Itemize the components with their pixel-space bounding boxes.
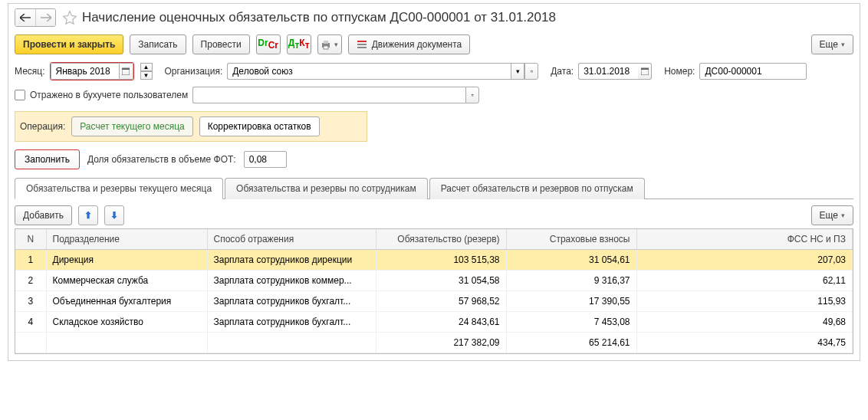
cell-dept: Коммерческая служба: [46, 271, 207, 291]
save-button[interactable]: Записать: [130, 34, 186, 54]
back-button[interactable]: [15, 9, 35, 26]
col-insurance[interactable]: Страховые взносы: [506, 229, 636, 250]
month-input[interactable]: [51, 63, 120, 80]
cell-reserve: 103 515,38: [376, 250, 506, 271]
tab-bar: Обязательства и резервы текущего месяца …: [15, 177, 853, 199]
col-reserve[interactable]: Обязательство (резерв): [376, 229, 506, 250]
reflected-user-group: ▫: [192, 87, 479, 103]
tab-current-month[interactable]: Обязательства и резервы текущего месяца: [15, 178, 223, 199]
cell-reserve: 57 968,52: [376, 291, 506, 312]
fot-input[interactable]: [244, 151, 287, 168]
operation-row: Операция: Расчет текущего месяца Коррект…: [15, 111, 367, 142]
svg-rect-1: [324, 41, 328, 44]
cell-fss: 115,93: [636, 291, 853, 312]
col-n[interactable]: N: [15, 229, 46, 250]
date-input[interactable]: [578, 63, 638, 80]
cell-method: Зарплата сотрудников коммер...: [207, 271, 376, 291]
post-button[interactable]: Провести: [192, 34, 250, 54]
table-totals-row: 217 382,09 65 214,61 434,75: [15, 333, 853, 353]
col-dept[interactable]: Подразделение: [46, 229, 207, 250]
fill-row: Заполнить Доля обязательств в объеме ФОТ…: [15, 149, 853, 169]
cell-n: 1: [15, 250, 46, 271]
month-calendar-button[interactable]: [120, 63, 133, 80]
number-input[interactable]: [699, 63, 807, 80]
dt-kt-button[interactable]: ДтКт: [287, 34, 311, 54]
operation-label: Операция:: [20, 121, 65, 132]
date-calendar-button[interactable]: [638, 63, 652, 80]
total-fss: 434,75: [636, 333, 853, 353]
reflected-open-button[interactable]: ▫: [465, 87, 479, 103]
month-up-button[interactable]: ▲: [140, 63, 153, 71]
org-field-group: ▾ ▫: [227, 63, 538, 80]
move-down-button[interactable]: ⬇: [104, 205, 124, 225]
table-row[interactable]: 4Складское хозяйствоЗарплата сотрудников…: [15, 312, 853, 333]
svg-rect-5: [357, 47, 367, 48]
svg-rect-2: [324, 46, 328, 49]
data-table: N Подразделение Способ отражения Обязате…: [15, 229, 853, 353]
operation-calc-current-button[interactable]: Расчет текущего месяца: [71, 116, 192, 136]
reflected-label: Отражено в бухучете пользователем: [30, 90, 188, 100]
date-label: Дата:: [551, 66, 574, 77]
header-fields-row: Месяц: ▲ ▼ Организация: ▾ ▫ Дата: Номер:: [15, 62, 853, 80]
cell-reserve: 31 054,58: [376, 271, 506, 291]
forward-button[interactable]: [35, 9, 55, 26]
cell-method: Зарплата сотрудников бухгалт...: [207, 291, 376, 312]
reflected-user-input[interactable]: [192, 87, 465, 103]
table-more-button[interactable]: Еще▾: [811, 205, 853, 225]
org-open-button[interactable]: ▫: [524, 63, 538, 80]
movements-icon: [357, 39, 367, 50]
post-and-close-button[interactable]: Провести и закрыть: [15, 34, 123, 54]
operation-correction-button[interactable]: Корректировка остатков: [199, 116, 320, 136]
reflected-checkbox[interactable]: [15, 90, 25, 100]
favorite-icon[interactable]: [62, 10, 77, 25]
table-row[interactable]: 1ДирекцияЗарплата сотрудников дирекции10…: [15, 250, 853, 271]
cell-n: 3: [15, 291, 46, 312]
col-fss[interactable]: ФСС НС и ПЗ: [636, 229, 853, 250]
tab-by-employees[interactable]: Обязательства и резервы по сотрудникам: [225, 178, 428, 199]
main-toolbar: Провести и закрыть Записать Провести DrC…: [15, 34, 853, 54]
calendar-icon: [641, 67, 649, 75]
date-field-group: [578, 63, 652, 80]
org-dropdown-button[interactable]: ▾: [511, 63, 524, 80]
reflected-row: Отражено в бухучете пользователем ▫: [15, 87, 853, 103]
cell-method: Зарплата сотрудников дирекции: [207, 250, 376, 271]
cell-insurance: 17 390,55: [506, 291, 636, 312]
nav-history: [15, 8, 56, 27]
cell-n: 4: [15, 312, 46, 333]
cell-method: Зарплата сотрудников бухгалт...: [207, 312, 376, 333]
movements-button[interactable]: Движения документа: [348, 34, 471, 54]
svg-rect-4: [357, 44, 367, 45]
cell-dept: Складское хозяйство: [46, 312, 207, 333]
dr-cr-button[interactable]: DrCr: [256, 34, 281, 54]
table-header-row: N Подразделение Способ отражения Обязате…: [15, 229, 853, 250]
month-field-group: [50, 62, 134, 80]
table-row[interactable]: 2Коммерческая службаЗарплата сотрудников…: [15, 271, 853, 291]
more-button[interactable]: Еще▾: [811, 34, 853, 54]
table-toolbar: Добавить ⬆ ⬇ Еще▾: [15, 205, 853, 225]
fill-button[interactable]: Заполнить: [15, 149, 80, 169]
cell-dept: Дирекция: [46, 250, 207, 271]
col-method[interactable]: Способ отражения: [207, 229, 376, 250]
total-reserve: 217 382,09: [376, 333, 506, 353]
org-label: Организация:: [165, 66, 223, 77]
cell-fss: 207,03: [636, 250, 853, 271]
calendar-icon: [122, 67, 130, 75]
org-input[interactable]: [227, 63, 511, 80]
table-row[interactable]: 3Объединенная бухгалтерияЗарплата сотруд…: [15, 291, 853, 312]
month-label: Месяц:: [15, 66, 45, 77]
add-row-button[interactable]: Добавить: [15, 205, 72, 225]
cell-n: 2: [15, 271, 46, 291]
svg-rect-7: [122, 68, 130, 70]
fot-label: Доля обязательств в объеме ФОТ:: [87, 154, 236, 165]
print-icon: [321, 39, 331, 50]
cell-fss: 49,68: [636, 312, 853, 333]
move-up-button[interactable]: ⬆: [78, 205, 98, 225]
cell-dept: Объединенная бухгалтерия: [46, 291, 207, 312]
svg-rect-3: [357, 41, 367, 42]
page-title: Начисление оценочных обязательств по отп…: [82, 10, 556, 25]
print-menu-button[interactable]: ▾: [317, 34, 342, 54]
cell-fss: 62,11: [636, 271, 853, 291]
tab-calculation[interactable]: Расчет обязательств и резервов по отпуск…: [429, 178, 645, 199]
month-down-button[interactable]: ▼: [140, 71, 153, 80]
cell-insurance: 7 453,08: [506, 312, 636, 333]
